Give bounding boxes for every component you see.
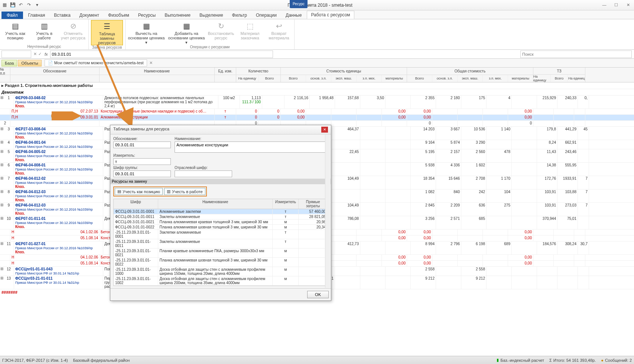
table-row[interactable]: ⊞ 1 ФЕР09-03-048-02Приказ Минстроя Росси…	[0, 95, 634, 109]
dialog-title: Таблица замены для ресурса	[113, 127, 169, 133]
group-ops: Операции с ресурсами	[128, 45, 292, 50]
dlg-grid-header: ШифрНаименованиеИзмерительПрямые затраты	[114, 199, 328, 209]
subtract-icon: ▦	[140, 21, 152, 31]
tab-filter[interactable]: Фильтр	[228, 12, 251, 19]
cancel-icon: ⊘	[67, 21, 79, 31]
btn-objects[interactable]: Объекты	[18, 60, 41, 66]
fx-cancel-icon[interactable]: ✕	[33, 52, 38, 56]
dlg-otr-input[interactable]	[175, 170, 232, 177]
formula-input[interactable]	[50, 51, 273, 58]
dlg-list-item[interactable]: -25.11.23.09.3.01.01-0011Заклепы алюмини…	[114, 239, 328, 248]
btn-add-price[interactable]: ▦Добавить на основании ценника ▾	[168, 20, 205, 45]
status-total: ΣИтого: 54 161 393,48р.	[549, 358, 596, 363]
save-icon[interactable]: 💾	[10, 2, 16, 8]
replace-dialog: Таблица замены для ресурса ✕ Обоснование…	[110, 125, 331, 301]
grid-header: № п.п Обоснование Наименование Ед. изм. …	[0, 68, 634, 82]
context-tab-resource[interactable]: Ресурс	[290, 0, 308, 8]
btn-subtract[interactable]: ▦Вычесть на основании ценника ▾	[128, 20, 165, 45]
redo-icon[interactable]: ↷	[26, 2, 32, 8]
dlg-list-item[interactable]: ФССЦ-09.3.01.01-0001Алюминиевые заклепки…	[114, 209, 328, 214]
fx-accept-icon[interactable]: ✓	[38, 52, 42, 56]
status-region: Базовый федеральный район	[73, 358, 130, 363]
undo-icon[interactable]: ↶	[18, 2, 24, 8]
dlg-btn-in-work[interactable]: ▥ Учесть в работе	[164, 188, 205, 195]
tab-fizobem[interactable]: Физобъем	[104, 12, 133, 19]
fx-icon: fx	[42, 52, 50, 56]
material-icon: ⬚	[244, 21, 256, 31]
annotation-action-highlight: ▤ Учесть как позицию ▥ Учесть в работе	[113, 186, 207, 196]
btn-return[interactable]: ↩Возврат материала	[266, 20, 292, 45]
group-replace: Замена ресурсов	[91, 45, 123, 50]
dlg-list-item[interactable]: -25.11.23.09.3.01.01-0021Планки краевые …	[114, 248, 328, 258]
doc-tab[interactable]: 📄 Мои сметы\! потом можно почистить\smet…	[45, 59, 147, 66]
dlg-list-item[interactable]: ФССЦ-09.3.01.01-0011Заклепы алюминиевыет…	[114, 214, 328, 220]
return-icon: ↩	[273, 21, 285, 31]
dlg-izm-input[interactable]	[113, 158, 171, 165]
close-icon[interactable]: ✕	[624, 3, 633, 7]
namebox[interactable]	[1, 51, 31, 58]
resource-row-selected[interactable]: П,Н09.3.01.01 Алюминиевые конструкциит 0…	[0, 115, 634, 121]
btn-cancel-uchet[interactable]: ⊘Отменить учет ресурса	[60, 20, 86, 45]
dlg-obos-input[interactable]	[113, 142, 171, 148]
search-input[interactable]	[520, 51, 632, 58]
add-icon: ▦	[181, 21, 192, 31]
tab-resource-work[interactable]: Работа с ресурсом	[307, 11, 354, 19]
btn-material[interactable]: ⬚Материал заказчика	[237, 20, 263, 45]
tab-data[interactable]: Данные	[282, 12, 305, 19]
restore-icon: ↻	[215, 21, 227, 31]
minimize-icon[interactable]: —	[600, 3, 609, 7]
dlg-btn-as-pos[interactable]: ▤ Учесть как позицию	[115, 188, 163, 195]
qat-more-icon[interactable]: ▾	[34, 2, 40, 8]
section-header[interactable]: ▸ Раздел 1. Строительно-монтажные работы	[0, 82, 634, 89]
btn-restore[interactable]: ↻Восстановить ресурс	[208, 20, 234, 45]
tab-resources[interactable]: Ресурсы	[134, 12, 159, 19]
tab-main[interactable]: Главная	[25, 12, 49, 19]
status-messages[interactable]: ●Сообщений: 2	[601, 358, 632, 363]
dlg-list-item[interactable]: -25.11.23.09.3.01.01-1000Доска отбойная …	[114, 267, 328, 276]
resource-row[interactable]: П,Н07.2.07.13 Конструкции стальные (вклю…	[0, 109, 634, 115]
btn-base[interactable]: База	[1, 60, 17, 66]
dialog-close-icon[interactable]: ✕	[321, 127, 328, 133]
dlg-list-item[interactable]: ФССЦ-09.3.01.01-0021Планка алюминиевая к…	[114, 220, 328, 225]
table-icon: ☰	[101, 21, 113, 32]
status-calc[interactable]: ▮Баз.-индексный расчет	[497, 358, 544, 363]
dlg-list-item[interactable]: -25.11.23.09.3.01.01-0001Заклепки алюмин…	[114, 230, 328, 239]
btn-uchet-pos[interactable]: ▤Учесть как позицию	[2, 20, 28, 45]
resource-pos-icon: ▤	[9, 21, 21, 31]
resource-work-icon: ▥	[38, 21, 50, 31]
doc-close-icon[interactable]: ✕	[148, 61, 154, 65]
tab-operations[interactable]: Операции	[252, 12, 280, 19]
dlg-list-item[interactable]: ФССЦ-09.3.01.01-0022Планка алюминиевая ш…	[114, 225, 328, 230]
file-tab[interactable]: Файл	[1, 12, 23, 19]
tab-vydelenie[interactable]: Выделение	[196, 12, 227, 19]
window-title: ГРАНД-Смета 2018 - smeta-test	[40, 3, 600, 8]
tab-document[interactable]: Документ	[76, 12, 103, 19]
tab-insert[interactable]: Вставка	[50, 12, 74, 19]
subsection-header: Демонтаж	[0, 89, 634, 95]
btn-replace-table[interactable]: ☰Таблица замены ресурсов	[91, 20, 123, 45]
maximize-icon[interactable]: ☐	[612, 3, 621, 7]
dlg-scrollbar[interactable]	[325, 135, 331, 288]
dlg-section-header: Ресурсы на замену	[110, 179, 331, 184]
app-icon: ▦	[1, 2, 7, 8]
group-uncounted: Неучтенный ресурс	[2, 45, 86, 49]
dlg-naim-input[interactable]: Алюминиевые конструкции	[175, 142, 328, 153]
btn-uchet-work[interactable]: ▥Учесть в работе	[31, 20, 57, 45]
status-db: ГЭСН-2017, ФЕР-2017 (с Изм. 1-4)	[2, 358, 68, 363]
tab-vypolnenie[interactable]: Выполнение	[161, 12, 194, 19]
dlg-ok-button[interactable]: OK	[307, 291, 329, 298]
dlg-list-item[interactable]: -25.11.23.09.3.01.01-1002Доска отбойная …	[114, 276, 328, 286]
dlg-list-item[interactable]: -25.11.23.09.3.01.01-0022Планка алюминие…	[114, 258, 328, 267]
dlg-shifr-input[interactable]	[113, 170, 171, 177]
